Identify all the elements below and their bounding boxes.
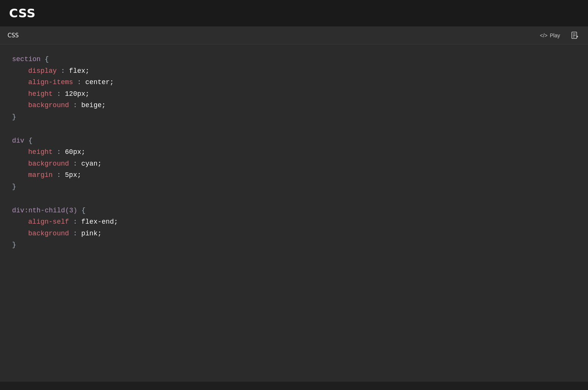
brace-close: }: [12, 183, 16, 190]
title-bar: CSS: [0, 0, 588, 26]
code-line: }: [12, 239, 576, 251]
code-block-div-nth: div:nth-child(3) { align-self : flex-end…: [12, 205, 576, 251]
property: align-self: [28, 218, 69, 226]
brace-close: }: [12, 113, 16, 121]
colon: :: [57, 171, 65, 179]
code-line: height : 60px;: [12, 146, 576, 158]
brace-open: {: [82, 207, 86, 214]
value: 5px;: [65, 171, 81, 179]
value: flex-end;: [81, 218, 118, 226]
code-line: }: [12, 181, 576, 193]
value: center;: [85, 78, 114, 86]
play-button[interactable]: </> Play: [537, 31, 563, 40]
property: display: [28, 67, 57, 75]
colon: :: [57, 90, 65, 98]
code-line: display : flex;: [12, 65, 576, 77]
value: pink;: [81, 230, 102, 237]
selector-section: section: [12, 55, 41, 63]
value: cyan;: [81, 160, 102, 167]
code-block-div: div { height : 60px; background : cyan; …: [12, 135, 576, 193]
selector-div-nth: div:nth-child(3): [12, 207, 77, 214]
play-icon: </>: [540, 32, 548, 38]
property: height: [28, 90, 53, 98]
colon: :: [73, 230, 82, 237]
code-line: background : beige;: [12, 100, 576, 111]
brace-close: }: [12, 241, 16, 249]
value: 60px;: [65, 148, 85, 156]
colon: :: [73, 101, 82, 109]
brace-open: {: [45, 55, 49, 63]
selector-div: div: [12, 137, 24, 144]
value: flex;: [69, 67, 89, 75]
code-line: div:nth-child(3) {: [12, 205, 576, 216]
code-block-section: section { display : flex; align-items : …: [12, 54, 576, 123]
colon: :: [73, 218, 82, 226]
code-line: background : cyan;: [12, 158, 576, 170]
code-line: div {: [12, 135, 576, 147]
property: height: [28, 148, 53, 156]
code-line: height : 120px;: [12, 88, 576, 100]
property: margin: [28, 171, 53, 179]
code-line: background : pink;: [12, 228, 576, 240]
tab-actions: </> Play: [537, 30, 580, 41]
code-line: section {: [12, 54, 576, 65]
brace-open: {: [28, 137, 32, 144]
code-line: align-items : center;: [12, 77, 576, 88]
property: align-items: [28, 78, 73, 86]
export-button[interactable]: [569, 30, 580, 41]
tab-label: CSS: [8, 32, 19, 39]
code-line: margin : 5px;: [12, 169, 576, 181]
code-area[interactable]: section { display : flex; align-items : …: [0, 45, 588, 382]
colon: :: [73, 160, 82, 167]
property: background: [28, 160, 69, 167]
code-line: }: [12, 111, 576, 123]
tab-bar: CSS </> Play: [0, 26, 588, 45]
colon: :: [61, 67, 69, 75]
property: background: [28, 230, 69, 237]
play-label: Play: [550, 32, 560, 38]
value: beige;: [81, 101, 106, 109]
value: 120px;: [65, 90, 89, 98]
code-line: align-self : flex-end;: [12, 216, 576, 228]
property: background: [28, 101, 69, 109]
colon: :: [57, 148, 65, 156]
page-title: CSS: [9, 6, 35, 20]
colon: :: [77, 78, 85, 86]
export-icon: [571, 31, 579, 40]
